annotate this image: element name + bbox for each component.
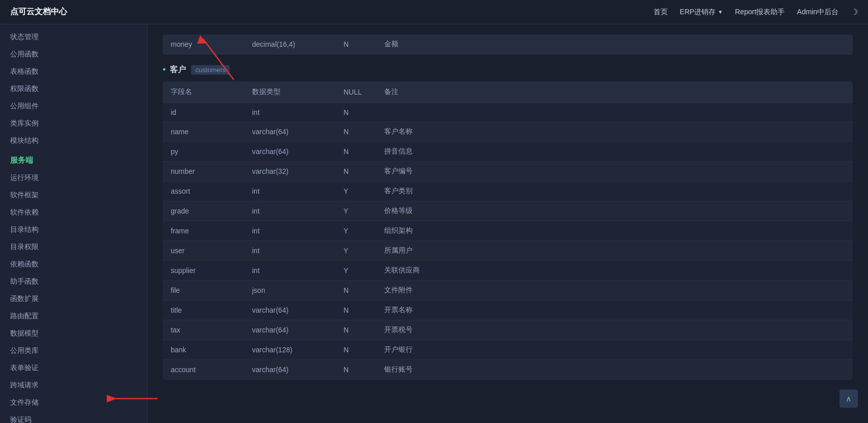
sidebar-item-form-validate[interactable]: 表单验证 <box>0 359 147 377</box>
table-row: tax varchar(64) N 开票税号 <box>163 320 853 340</box>
cell-type: json <box>244 281 335 300</box>
cell-null: N <box>335 320 376 340</box>
cell-null: Y <box>335 221 376 241</box>
sidebar-item-cors[interactable]: 跨域请求 <box>0 377 147 394</box>
nav-home[interactable]: 首页 <box>654 8 668 17</box>
cell-field: bank <box>163 340 244 360</box>
sidebar-item-dep-func[interactable]: 依赖函数 <box>0 256 147 273</box>
cell-comment <box>376 103 853 122</box>
cell-comment: 组织架构 <box>376 221 853 241</box>
col-header-null: NULL <box>335 81 376 103</box>
cell-type: int <box>244 261 335 281</box>
nav-erp-dropdown[interactable]: ERP进销存 <box>680 8 723 17</box>
cell-field: user <box>163 241 244 261</box>
sidebar-item-common-comp[interactable]: 公用组件 <box>0 98 147 115</box>
sidebar-item-dir-struct[interactable]: 目录结构 <box>0 221 147 238</box>
cell-comment: 开户银行 <box>376 340 853 360</box>
cell-type: int <box>244 241 335 261</box>
cell-comment: 关联供应商 <box>376 261 853 281</box>
table-header-row: 字段名 数据类型 NULL 备注 <box>163 81 853 103</box>
table-row: file json N 文件附件 <box>163 281 853 300</box>
sidebar-item-dir-perm[interactable]: 目录权限 <box>0 238 147 256</box>
cell-comment: 文件附件 <box>376 281 853 300</box>
cell-type: varchar(64) <box>244 360 335 380</box>
cell-type: int <box>244 103 335 122</box>
cell-field: id <box>163 103 244 122</box>
cell-comment: 开票名称 <box>376 300 853 320</box>
cell-field: title <box>163 300 244 320</box>
cell-type: int <box>244 182 335 201</box>
prev-null: N <box>335 35 376 54</box>
col-header-field: 字段名 <box>163 81 244 103</box>
table-row: user int Y 所属用户 <box>163 241 853 261</box>
cell-field: number <box>163 162 244 182</box>
nav-admin[interactable]: Admin中后台 <box>797 8 839 17</box>
table-row: grade int Y 价格等级 <box>163 201 853 221</box>
nav-report[interactable]: Report报表助手 <box>735 8 785 17</box>
table-row: bank varchar(128) N 开户银行 <box>163 340 853 360</box>
section-title: • 客户 customers <box>163 65 853 75</box>
back-to-top-button[interactable]: ∧ <box>840 389 858 408</box>
col-header-comment: 备注 <box>376 81 853 103</box>
sidebar-item-lib-inst[interactable]: 类库实例 <box>0 115 147 132</box>
customers-section: • 客户 customers 字段名 数据类型 NULL 备注 id int N… <box>163 65 853 380</box>
cell-type: varchar(64) <box>244 142 335 162</box>
cell-field: tax <box>163 320 244 340</box>
cell-comment: 客户名称 <box>376 122 853 142</box>
sidebar-item-data-model[interactable]: 数据模型 <box>0 325 147 342</box>
cell-null: Y <box>335 201 376 221</box>
cell-field: py <box>163 142 244 162</box>
sidebar-item-common-lib[interactable]: 公用类库 <box>0 342 147 359</box>
cell-null: N <box>335 142 376 162</box>
cell-field: name <box>163 122 244 142</box>
sidebar-item-runtime[interactable]: 运行环境 <box>0 169 147 187</box>
sidebar-item-server[interactable]: 服务端 <box>0 149 147 169</box>
table-row: supplier int Y 关联供应商 <box>163 261 853 281</box>
main-nav: 首页 ERP进销存 Report报表助手 Admin中后台 ☽ <box>654 7 858 17</box>
cell-type: varchar(32) <box>244 162 335 182</box>
cell-field: assort <box>163 182 244 201</box>
sidebar-item-helper-func[interactable]: 助手函数 <box>0 273 147 290</box>
cell-type: varchar(64) <box>244 122 335 142</box>
sidebar-item-captcha[interactable]: 验证码 <box>0 411 147 423</box>
sidebar-item-sw-dep[interactable]: 软件依赖 <box>0 204 147 221</box>
cell-comment: 价格等级 <box>376 201 853 221</box>
cell-field: supplier <box>163 261 244 281</box>
prev-table: money decimal(16,4) N 金额 <box>163 35 853 54</box>
cell-type: int <box>244 221 335 241</box>
sidebar-item-func-ext[interactable]: 函数扩展 <box>0 290 147 308</box>
cell-null: N <box>335 162 376 182</box>
customers-table: 字段名 数据类型 NULL 备注 id int N name varchar(6… <box>163 81 853 380</box>
cell-comment: 银行账号 <box>376 360 853 380</box>
sidebar-item-file-storage[interactable]: 文件存储 <box>0 394 147 411</box>
table-row: name varchar(64) N 客户名称 <box>163 122 853 142</box>
table-row: account varchar(64) N 银行账号 <box>163 360 853 380</box>
cell-field: grade <box>163 201 244 221</box>
table-row: frame int Y 组织架构 <box>163 221 853 241</box>
table-row: assort int Y 客户类别 <box>163 182 853 201</box>
cell-comment: 客户类别 <box>376 182 853 201</box>
cell-field: file <box>163 281 244 300</box>
col-header-type: 数据类型 <box>244 81 335 103</box>
sidebar-item-state-mgmt[interactable]: 状态管理 <box>0 28 147 46</box>
table-row: id int N <box>163 103 853 122</box>
sidebar-item-route-config[interactable]: 路由配置 <box>0 308 147 325</box>
section-en-name: customers <box>191 65 230 75</box>
sidebar-item-perm-func[interactable]: 权限函数 <box>0 80 147 98</box>
sidebar-item-module-struct[interactable]: 模块结构 <box>0 132 147 149</box>
cell-null: Y <box>335 182 376 201</box>
table-row: title varchar(64) N 开票名称 <box>163 300 853 320</box>
prev-comment: 金额 <box>376 35 853 54</box>
main-content: money decimal(16,4) N 金额 • 客户 <box>147 24 868 423</box>
cell-type: varchar(64) <box>244 320 335 340</box>
cell-field: account <box>163 360 244 380</box>
theme-toggle-icon[interactable]: ☽ <box>851 7 858 17</box>
layout: 状态管理 公用函数 表格函数 权限函数 公用组件 类库实例 模块结构 服务端 运… <box>0 24 868 423</box>
site-logo: 点可云文档中心 <box>10 7 654 17</box>
sidebar-item-sw-frame[interactable]: 软件框架 <box>0 187 147 204</box>
sidebar-item-common-func[interactable]: 公用函数 <box>0 46 147 63</box>
cell-type: varchar(128) <box>244 340 335 360</box>
sidebar-item-table-func[interactable]: 表格函数 <box>0 63 147 80</box>
cell-type: varchar(64) <box>244 300 335 320</box>
cell-comment: 客户编号 <box>376 162 853 182</box>
